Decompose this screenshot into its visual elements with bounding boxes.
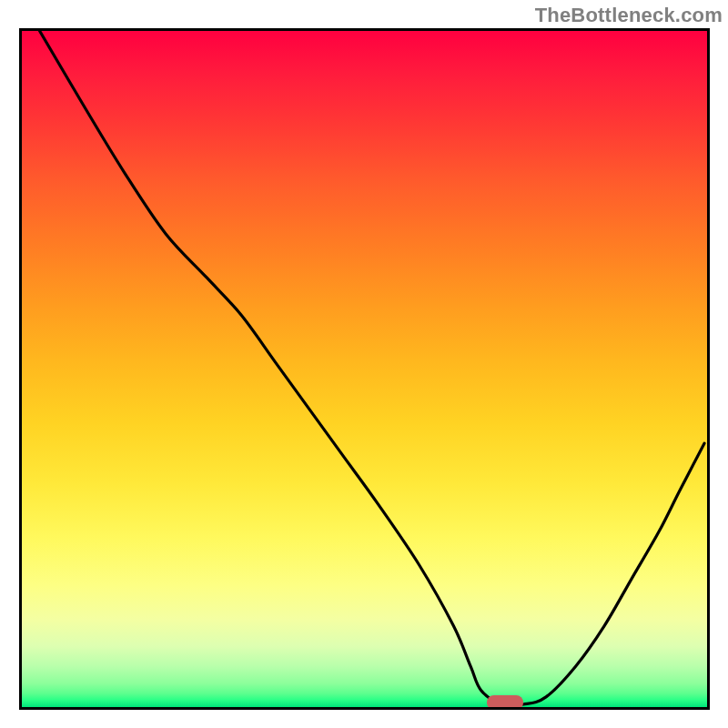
bottleneck-curve: [22, 31, 707, 707]
curve-path: [40, 31, 704, 706]
chart-frame: TheBottleneck.com: [0, 0, 728, 728]
watermark-text: TheBottleneck.com: [535, 4, 723, 27]
optimum-marker: [487, 695, 523, 710]
plot-area: [19, 28, 710, 710]
